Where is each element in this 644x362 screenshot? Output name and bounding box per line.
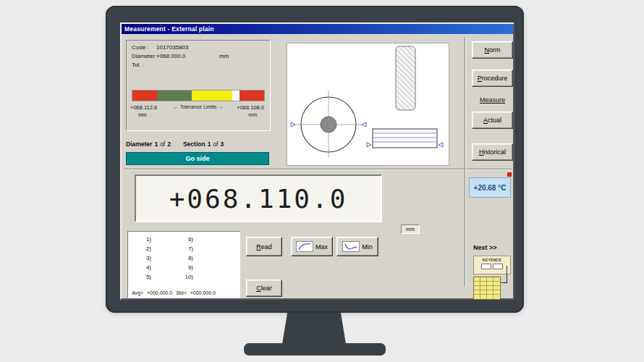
gauge-device-graphic: KEYENCE — [473, 256, 511, 274]
workpiece-diagram — [287, 43, 449, 165]
tolerance-segment — [192, 90, 232, 101]
reading-slot: 9) — [176, 263, 193, 272]
procedure-button[interactable]: Procedure — [472, 70, 513, 87]
tolerance-segment — [132, 90, 157, 101]
actual-button[interactable]: Actual — [472, 111, 513, 129]
monitor-stand-neck — [282, 313, 346, 344]
monitor-screen: Measurement - External plain Code : 1017… — [120, 22, 514, 300]
avg-value: +000.000.0 — [147, 290, 172, 295]
position-section-total: 3 — [220, 140, 224, 148]
arrow-right-icon: → — [218, 104, 223, 109]
device-connector-line — [507, 266, 507, 283]
tolerance-lower-unit: mm — [138, 112, 147, 117]
reading-slot: 8) — [176, 253, 193, 263]
max-curve-icon — [296, 241, 313, 252]
app-client-area: Code : 1017035803 Diameter : +068.000.0 … — [122, 34, 513, 290]
readings-col-left: 1)2)3)4)5) — [134, 235, 151, 282]
tolerance-segment — [232, 90, 240, 101]
temperature-display: +20.68 °C — [469, 177, 511, 198]
vertical-divider — [465, 37, 466, 287]
position-section-index: 1 — [208, 140, 211, 148]
reading-slot: 1) — [134, 235, 151, 244]
tolerance-label: Tol. : — [132, 62, 144, 68]
max-button[interactable]: Max — [291, 237, 333, 256]
read-button[interactable]: Read — [246, 237, 282, 256]
monitor-stand-base — [244, 343, 386, 355]
readings-col-right: 6)7)8)9)10) — [176, 235, 193, 282]
measure-group-label: Measure — [472, 96, 513, 104]
norm-button[interactable]: Norm — [472, 41, 513, 59]
status-indicator-dot — [507, 172, 512, 177]
desktop-background: Measurement - External plain Code : 1017… — [0, 0, 644, 362]
tolerance-upper-unit: mm — [248, 112, 257, 117]
arrow-left-icon: ← — [174, 104, 179, 109]
reading-slot: 5) — [134, 272, 151, 282]
position-diameter-index: 1 — [154, 140, 158, 148]
tolerance-bar — [132, 90, 265, 101]
reading-slot: 7) — [176, 244, 193, 253]
device-brand-label: KEYENCE — [483, 258, 501, 262]
code-value: 1017035803 — [156, 44, 189, 51]
readings-panel: 1)2)3)4)5) 6)7)8)9)10) Avg= +000.000.0 S… — [127, 231, 240, 298]
next-button[interactable]: Next >> — [473, 244, 514, 251]
statistics-row: Avg= +000.000.0 Std= +000.000.0 — [132, 290, 218, 295]
position-section-label: Section — [183, 140, 206, 148]
std-value: +000.000.0 — [190, 290, 216, 295]
min-curve-icon — [342, 241, 360, 252]
min-button[interactable]: Min — [336, 237, 378, 256]
window-titlebar[interactable]: Measurement - External plain — [122, 24, 513, 34]
reading-slot: 6) — [176, 235, 193, 244]
reading-slot: 4) — [134, 263, 151, 272]
reading-slot: 3) — [134, 253, 151, 263]
tolerance-segment — [240, 90, 264, 101]
display-unit-label: mm — [401, 224, 420, 234]
tolerance-upper-value: +068.108.0 — [237, 104, 264, 111]
avg-label: Avg= — [132, 290, 143, 295]
position-diameter-label: Diameter — [126, 140, 152, 148]
app-window: Measurement - External plain Code : 1017… — [120, 22, 514, 300]
window-title: Measurement - External plain — [124, 25, 214, 33]
device-display-cell — [493, 264, 503, 269]
reading-slot: 10) — [176, 272, 193, 282]
go-side-button[interactable]: Go side — [126, 152, 269, 165]
reading-slot: 2) — [134, 244, 151, 253]
historical-button[interactable]: Historical — [472, 143, 513, 161]
measurement-info-panel: Code : 1017035803 Diameter : +068.000.0 … — [126, 40, 271, 131]
device-display-cell — [481, 264, 491, 269]
measurement-value-display: +068.110.0 — [135, 174, 382, 222]
code-label: Code : — [132, 44, 149, 51]
std-label: Std= — [176, 290, 187, 295]
monitor-bezel: Measurement - External plain Code : 1017… — [106, 6, 524, 313]
position-indicator: Diameter 1 of 2 Section 1 of 3 — [126, 140, 275, 148]
horizontal-divider — [124, 169, 512, 170]
diameter-label: Diameter : — [132, 53, 158, 59]
workpiece-drawing-panel — [287, 43, 449, 166]
device-connector-line — [501, 282, 507, 283]
tolerance-segment — [157, 90, 192, 101]
diameter-unit: mm — [219, 53, 229, 59]
position-diameter-total: 2 — [167, 140, 171, 148]
diameter-value: +068.000.0 — [156, 53, 185, 59]
clear-button[interactable]: Clear — [246, 279, 282, 297]
keypad-graphic — [473, 277, 501, 300]
